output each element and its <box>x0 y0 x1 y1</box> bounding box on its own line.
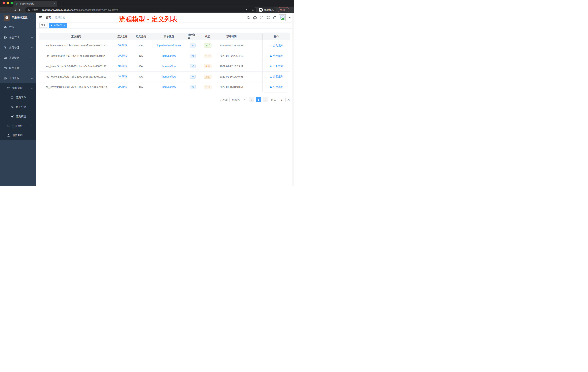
cell-category: OA <box>132 82 150 92</box>
cell-definition-id: oa_leave:3:1fad3d93-7b75-11ec-a3c8-acde4… <box>40 61 113 72</box>
breadcrumb-home[interactable]: 首页 <box>46 16 51 19</box>
assign-rule-link[interactable]: 分配规则 <box>270 65 283 68</box>
breadcrumb: 首页 / 流程定义 <box>46 16 65 19</box>
chevron-up-icon <box>31 88 33 89</box>
browser-update-button[interactable]: 更新 <box>278 7 289 12</box>
assign-rule-link[interactable]: 分配规则 <box>270 85 283 89</box>
cell-deploy-time: 2022-01-16 17:46:53 <box>218 72 245 82</box>
sidebar-item-home[interactable]: 首页 <box>0 22 36 33</box>
avatar-caret-icon[interactable] <box>289 17 291 18</box>
assign-rule-link[interactable]: 分配规则 <box>270 54 283 57</box>
cell-deploy-time: 2022-01-22 20:34:10 <box>218 51 245 61</box>
window-minimize-button[interactable] <box>7 2 9 4</box>
help-icon[interactable]: ? <box>260 16 263 19</box>
list-tree-icon <box>7 87 10 90</box>
page-annotation: 流程模型 - 定义列表 <box>119 15 178 23</box>
browser-tab[interactable]: 芋道管理系统 × <box>13 1 57 7</box>
sidebar-item-process-form[interactable]: 流程表单 <box>0 93 36 102</box>
breadcrumb-separator: / <box>52 16 53 19</box>
paper-plane-icon <box>10 115 14 118</box>
goto-page-input[interactable] <box>278 97 286 102</box>
sidebar-item-devtools[interactable]: 研发工具 <box>0 63 36 73</box>
status-badge: 挂起 <box>204 64 211 68</box>
form-link[interactable]: /bpm/oa/flow <box>162 75 176 78</box>
sidebar-logo[interactable]: 芋道管理系统 <box>0 13 36 22</box>
home-icon[interactable] <box>17 8 23 11</box>
sidebar-item-workflow[interactable]: 工作流程 <box>0 73 36 83</box>
status-badge: 挂起 <box>204 54 211 58</box>
column-header: 表单信息 <box>150 33 188 40</box>
cell-category: OA <box>132 72 150 82</box>
chevron-up-icon <box>31 78 33 79</box>
definition-name-link[interactable]: OA 请假 <box>118 85 127 89</box>
cell-category: OA <box>132 51 150 61</box>
status-badge: 挂起 <box>204 85 211 89</box>
app-root: 芋道管理系统 首页 <box>0 13 294 186</box>
tag-close-icon[interactable]: × <box>64 24 65 27</box>
goto-label: 前往 <box>271 98 276 101</box>
sidebar-item-task-management[interactable]: 任务管理 <box>0 121 36 131</box>
github-icon[interactable] <box>253 16 257 20</box>
forward-icon[interactable]: → <box>7 8 12 12</box>
sidebar-item-label: 系统管理 <box>9 36 19 39</box>
next-page-button[interactable]: › <box>263 97 268 102</box>
reload-icon[interactable] <box>12 8 17 11</box>
definition-name-link[interactable]: OA 请假 <box>118 65 127 68</box>
page-size-select[interactable]: 10条/页 <box>230 97 247 102</box>
browser-menu-icon[interactable] <box>286 9 287 11</box>
tag-home[interactable]: 首页 <box>40 23 47 28</box>
font-size-icon[interactable]: TT <box>273 16 276 19</box>
sidebar-item-payment[interactable]: ¥ 支付管理 <box>0 43 36 53</box>
assign-rule-link[interactable]: 分配规则 <box>270 44 283 47</box>
gear-icon <box>4 36 7 39</box>
briefcase-icon <box>4 77 7 80</box>
yen-icon: ¥ <box>4 46 7 49</box>
bookmark-star-icon[interactable]: ☆ <box>252 8 254 12</box>
cell-category: OA <box>132 40 150 51</box>
new-tab-button[interactable]: + <box>60 1 64 6</box>
definition-name-link[interactable]: OA 请假 <box>118 75 127 78</box>
prev-page-button[interactable]: ‹ <box>249 97 254 102</box>
form-link[interactable]: /bpm/oa/flow <box>162 86 176 88</box>
window-close-button[interactable] <box>2 2 5 4</box>
back-icon[interactable]: ← <box>1 8 7 12</box>
fullscreen-icon[interactable] <box>266 16 270 20</box>
cell-definition-id: oa_leave:5:004b710b-7b8a-11ec-8ef0-acde4… <box>40 40 113 51</box>
window-zoom-button[interactable] <box>10 2 13 4</box>
sidebar-item-label: 工作流程 <box>9 77 19 80</box>
sidebar-item-process-management[interactable]: 流程管理 <box>0 83 36 93</box>
sidebar-item-infrastructure[interactable]: 基础设施 <box>0 53 36 63</box>
column-header: 定义名称 <box>113 33 132 40</box>
column-header: 部署时间 <box>218 33 245 40</box>
url-bar[interactable]: 不安全 dashboard.yudao.iocoder.cn/bpm/manag… <box>25 7 256 12</box>
workflow-submenu: 流程管理 流程表单 <box>0 83 36 140</box>
page-scrollbar[interactable] <box>292 13 294 186</box>
document-edit-icon <box>10 96 14 99</box>
sidebar-item-leave-query[interactable]: 请假查询 <box>0 131 36 140</box>
avatar[interactable] <box>279 14 286 21</box>
sidebar-item-label: 流程管理 <box>12 87 22 90</box>
column-header: 定义分类 <box>132 33 150 40</box>
cell-spacer <box>245 40 262 51</box>
logo-rabbit-avatar <box>4 15 10 21</box>
tab-close-icon[interactable]: × <box>53 2 55 5</box>
sidebar-item-system[interactable]: 系统管理 <box>0 33 36 43</box>
window-controls <box>2 2 13 4</box>
column-header-action: 操作 <box>263 33 290 40</box>
search-icon[interactable] <box>247 16 250 20</box>
form-link[interactable]: /bpm/oa/leave/create <box>157 44 181 47</box>
password-key-icon[interactable] <box>246 8 249 11</box>
chevron-down-icon <box>31 47 33 48</box>
sidebar-item-process-model[interactable]: 流程模型 <box>0 112 36 121</box>
form-link[interactable]: /bpm/oa/flow <box>162 65 176 68</box>
sidebar-collapse-icon[interactable] <box>39 16 42 19</box>
cell-spacer <box>245 72 262 82</box>
definition-name-link[interactable]: OA 请假 <box>118 54 127 57</box>
assign-rule-link[interactable]: 分配规则 <box>270 75 283 78</box>
tag-process-definition[interactable]: 流程定义 × <box>49 23 67 28</box>
form-link[interactable]: /bpm/oa/flow <box>162 55 176 57</box>
definition-name-link[interactable]: OA 请假 <box>118 44 127 47</box>
page-1-button[interactable]: 1 <box>256 97 261 102</box>
sidebar-item-user-group[interactable]: 用户分组 <box>0 102 36 112</box>
chevron-down-icon <box>31 125 33 127</box>
